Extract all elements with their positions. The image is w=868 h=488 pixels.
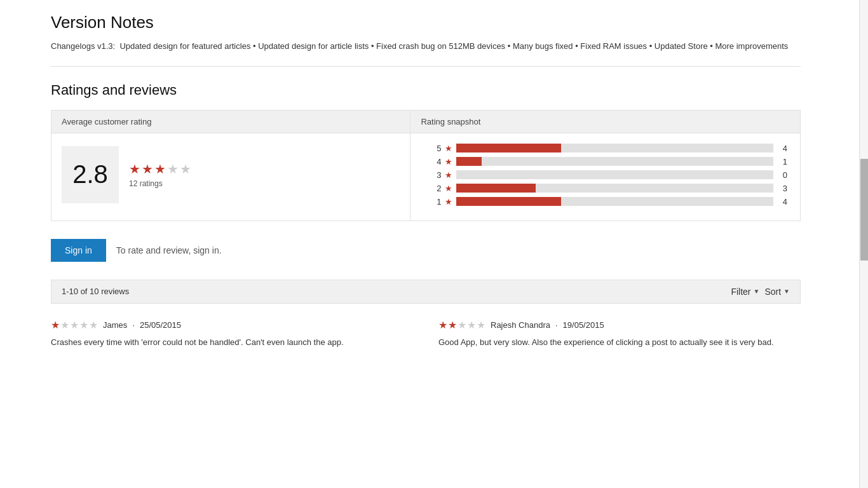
bar-star-2: ★ bbox=[445, 184, 452, 193]
filter-sort-row: Filter ▼ Sort ▼ bbox=[731, 287, 790, 297]
review-2-star-2: ★ bbox=[448, 319, 457, 331]
snapshot-body: 5 ★ 4 4 ★ 1 3 bbox=[410, 133, 800, 220]
reviews-bar: 1-10 of 10 reviews Filter ▼ Sort ▼ bbox=[51, 280, 801, 304]
review-1-separator: · bbox=[132, 320, 135, 330]
filter-chevron-icon: ▼ bbox=[754, 288, 760, 295]
bar-count-1: 4 bbox=[777, 197, 787, 207]
avg-rating-panel: Average customer rating 2.8 ★ ★ ★ ★ ★ bbox=[51, 111, 410, 220]
avg-panel-body: 2.8 ★ ★ ★ ★ ★ 12 ratings bbox=[51, 133, 410, 216]
review-2-date: 19/05/2015 bbox=[563, 320, 604, 330]
bar-star-3: ★ bbox=[445, 170, 452, 180]
bar-row-4: 4 ★ 1 bbox=[423, 157, 787, 166]
bar-count-2: 3 bbox=[777, 184, 787, 193]
sort-label: Sort bbox=[764, 287, 781, 297]
review-1-date: 25/05/2015 bbox=[140, 320, 181, 330]
bar-track-5 bbox=[456, 144, 773, 152]
bar-fill-4 bbox=[456, 157, 482, 166]
avg-score-details: ★ ★ ★ ★ ★ 12 ratings bbox=[129, 161, 191, 188]
ratings-grid: Average customer rating 2.8 ★ ★ ★ ★ ★ bbox=[51, 110, 801, 221]
bar-star-4: ★ bbox=[445, 157, 452, 166]
review-1-star-1: ★ bbox=[51, 319, 60, 331]
review-1-star-4: ★ bbox=[79, 319, 88, 331]
bar-track-1 bbox=[456, 197, 773, 206]
changelog-label: Changelogs v1.3: bbox=[51, 41, 115, 51]
review-2-star-3: ★ bbox=[458, 319, 466, 331]
avg-star-3: ★ bbox=[154, 161, 166, 177]
sort-button[interactable]: Sort ▼ bbox=[764, 287, 790, 297]
review-1-star-3: ★ bbox=[70, 319, 79, 331]
snapshot-panel-header: Rating snapshot bbox=[410, 111, 800, 133]
avg-score-row: 2.8 ★ ★ ★ ★ ★ 12 ratings bbox=[62, 146, 400, 203]
page-title: Version Notes bbox=[51, 13, 801, 32]
avg-score-box: 2.8 bbox=[62, 146, 119, 203]
review-1-text: Crashes every time with 'error could not… bbox=[51, 336, 413, 349]
review-item-1: ★ ★ ★ ★ ★ James · 25/05/2015 Crashes eve… bbox=[51, 319, 413, 349]
bar-row-2: 2 ★ 3 bbox=[423, 184, 787, 193]
bar-label-5: 5 bbox=[423, 144, 441, 153]
review-2-star-4: ★ bbox=[467, 319, 476, 331]
bar-track-4 bbox=[456, 157, 773, 166]
review-header-2: ★ ★ ★ ★ ★ Rajesh Chandra · 19/05/2015 bbox=[438, 319, 801, 331]
bar-row-1: 1 ★ 4 bbox=[423, 197, 787, 207]
bar-count-4: 1 bbox=[777, 157, 787, 166]
bar-fill-1 bbox=[456, 197, 561, 206]
sign-in-button[interactable]: Sign in bbox=[51, 239, 106, 262]
review-1-star-5: ★ bbox=[89, 319, 98, 331]
review-2-text: Good App, but very slow. Also the experi… bbox=[438, 336, 801, 349]
review-2-separator: · bbox=[555, 320, 558, 330]
review-2-star-5: ★ bbox=[477, 319, 485, 331]
bar-label-1: 1 bbox=[423, 197, 441, 207]
bar-row-3: 3 ★ 0 bbox=[423, 170, 787, 180]
review-2-star-1: ★ bbox=[438, 319, 447, 331]
avg-panel-header: Average customer rating bbox=[51, 111, 410, 133]
sign-in-section: Sign in To rate and review, sign in. bbox=[51, 239, 801, 262]
review-header-1: ★ ★ ★ ★ ★ James · 25/05/2015 bbox=[51, 319, 413, 331]
reviews-list: ★ ★ ★ ★ ★ James · 25/05/2015 Crashes eve… bbox=[51, 319, 801, 349]
avg-star-2: ★ bbox=[142, 161, 153, 177]
sign-in-prompt: To rate and review, sign in. bbox=[116, 245, 222, 255]
bar-count-5: 4 bbox=[777, 144, 787, 153]
review-stars-2: ★ ★ ★ ★ ★ bbox=[438, 319, 485, 331]
review-1-star-2: ★ bbox=[60, 319, 69, 331]
bar-row-5: 5 ★ 4 bbox=[423, 144, 787, 153]
ratings-title: Ratings and reviews bbox=[51, 82, 801, 98]
bar-fill-5 bbox=[456, 144, 561, 152]
ratings-count: 12 ratings bbox=[129, 179, 191, 188]
section-divider bbox=[51, 66, 801, 67]
avg-star-4: ★ bbox=[167, 161, 179, 177]
bar-track-3 bbox=[456, 170, 773, 179]
changelog-items: Updated design for featured articles • U… bbox=[119, 41, 788, 51]
bar-label-3: 3 bbox=[423, 170, 441, 180]
avg-star-5: ★ bbox=[180, 161, 191, 177]
reviews-count: 1-10 of 10 reviews bbox=[62, 287, 129, 296]
bar-star-5: ★ bbox=[445, 144, 452, 153]
bar-label-4: 4 bbox=[423, 157, 441, 166]
review-item-2: ★ ★ ★ ★ ★ Rajesh Chandra · 19/05/2015 Go… bbox=[438, 319, 801, 349]
review-stars-1: ★ ★ ★ ★ ★ bbox=[51, 319, 98, 331]
filter-label: Filter bbox=[731, 287, 750, 297]
filter-button[interactable]: Filter ▼ bbox=[731, 287, 759, 297]
sort-chevron-icon: ▼ bbox=[783, 288, 790, 295]
review-1-meta: James bbox=[103, 320, 127, 330]
review-2-meta: Rajesh Chandra bbox=[491, 320, 550, 330]
snapshot-panel: Rating snapshot 5 ★ 4 4 ★ bbox=[410, 111, 800, 220]
bar-star-1: ★ bbox=[445, 197, 452, 207]
changelog-text: Changelogs v1.3: Updated design for feat… bbox=[51, 40, 801, 53]
avg-star-1: ★ bbox=[129, 161, 140, 177]
bar-fill-2 bbox=[456, 184, 536, 193]
bar-track-2 bbox=[456, 184, 773, 193]
bar-count-3: 0 bbox=[777, 170, 787, 180]
avg-stars-row: ★ ★ ★ ★ ★ bbox=[129, 161, 191, 177]
avg-score-value: 2.8 bbox=[72, 160, 108, 189]
bar-label-2: 2 bbox=[423, 184, 441, 193]
